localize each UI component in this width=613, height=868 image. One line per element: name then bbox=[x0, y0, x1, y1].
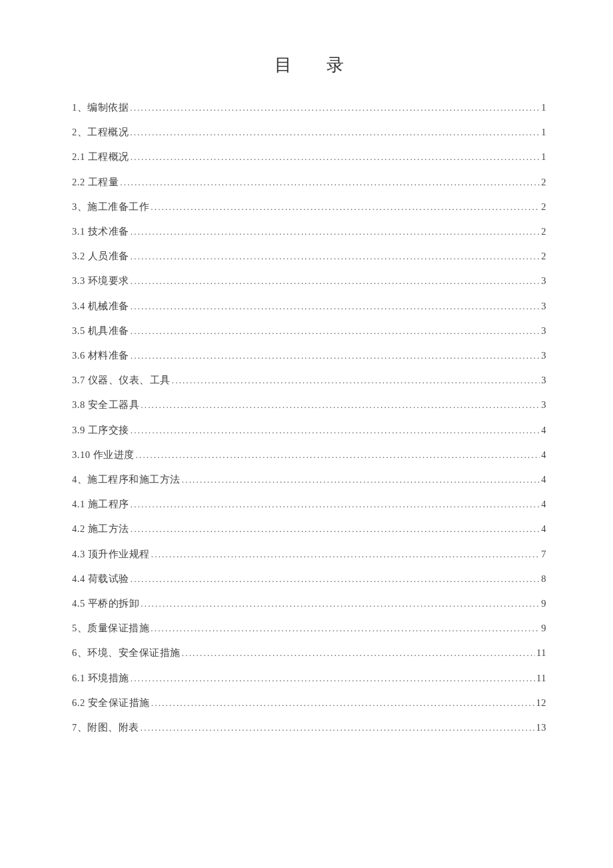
toc-leader-dots bbox=[131, 269, 540, 293]
toc-leader-dots bbox=[131, 219, 540, 244]
toc-leader-dots bbox=[131, 418, 540, 443]
toc-entry: 1、编制依据1 bbox=[72, 95, 546, 120]
toc-entry-label: 3.6 材料准备 bbox=[72, 343, 129, 367]
toc-entry-label: 2、工程概况 bbox=[72, 120, 129, 144]
toc-entry: 4.2 施工方法4 bbox=[72, 517, 546, 541]
toc-entry-page: 7 bbox=[541, 542, 546, 566]
toc-entry-label: 3.5 机具准备 bbox=[72, 319, 129, 343]
toc-leader-dots bbox=[151, 542, 540, 567]
toc-entry-page: 2 bbox=[541, 219, 546, 243]
toc-entry-page: 4 bbox=[541, 517, 546, 541]
toc-entry-label: 4.3 顶升作业规程 bbox=[72, 542, 150, 566]
toc-entry: 3.5 机具准备3 bbox=[72, 319, 546, 343]
toc-leader-dots bbox=[141, 591, 540, 616]
document-page: 目录 1、编制依据12、工程概况12.1 工程概况12.2 工程量23、施工准备… bbox=[0, 0, 613, 740]
toc-leader-dots bbox=[131, 343, 540, 368]
toc-entry: 3.3 环境要求3 bbox=[72, 269, 546, 293]
toc-entry-page: 3 bbox=[541, 269, 546, 293]
toc-entry-page: 3 bbox=[541, 294, 546, 318]
toc-leader-dots bbox=[131, 145, 540, 169]
toc-entry-label: 3.9 工序交接 bbox=[72, 418, 129, 442]
toc-entry: 6、环境、安全保证措施11 bbox=[72, 641, 546, 665]
toc-leader-dots bbox=[131, 517, 540, 541]
toc-leader-dots bbox=[151, 691, 535, 715]
toc-entry: 4.1 施工程序4 bbox=[72, 492, 546, 517]
toc-leader-dots bbox=[131, 492, 540, 517]
toc-entry-page: 11 bbox=[536, 641, 546, 665]
toc-entry-label: 3、施工准备工作 bbox=[72, 195, 149, 219]
toc-leader-dots bbox=[131, 294, 540, 319]
toc-entry-page: 1 bbox=[541, 145, 546, 169]
toc-leader-dots bbox=[182, 467, 540, 492]
toc-entry-page: 13 bbox=[536, 715, 547, 739]
toc-entry-page: 4 bbox=[541, 467, 546, 491]
toc-leader-dots bbox=[131, 567, 540, 591]
toc-leader-dots bbox=[141, 715, 535, 740]
toc-entry-page: 1 bbox=[541, 120, 546, 144]
toc-entry: 2、工程概况1 bbox=[72, 120, 546, 145]
toc-entry: 4.4 荷载试验8 bbox=[72, 567, 546, 591]
toc-entry: 3.1 技术准备2 bbox=[72, 219, 546, 244]
toc-entry-page: 2 bbox=[541, 195, 546, 219]
toc-entry-page: 4 bbox=[541, 492, 546, 516]
toc-leader-dots bbox=[130, 120, 540, 145]
toc-entry-label: 2.1 工程概况 bbox=[72, 145, 129, 169]
toc-entry-label: 3.2 人员准备 bbox=[72, 244, 129, 268]
toc-entry: 3.7 仪器、仪表、工具3 bbox=[72, 368, 546, 393]
toc-leader-dots bbox=[120, 170, 540, 195]
toc-leader-dots bbox=[131, 319, 540, 343]
toc-entry-label: 3.8 安全工器具 bbox=[72, 393, 139, 417]
toc-entry-label: 3.4 机械准备 bbox=[72, 294, 129, 318]
toc-entry-page: 11 bbox=[536, 666, 546, 690]
toc-entry-page: 12 bbox=[536, 691, 547, 715]
toc-entry-label: 3.7 仪器、仪表、工具 bbox=[72, 368, 171, 392]
toc-entry-page: 9 bbox=[541, 591, 546, 615]
toc-entry-label: 6.1 环境措施 bbox=[72, 666, 129, 690]
toc-entry: 2.2 工程量2 bbox=[72, 170, 546, 195]
toc-entry-page: 2 bbox=[541, 244, 546, 268]
toc-entry-page: 2 bbox=[541, 170, 546, 194]
toc-entry: 4.5 平桥的拆卸9 bbox=[72, 591, 546, 616]
toc-leader-dots bbox=[182, 641, 535, 665]
toc-entry-label: 2.2 工程量 bbox=[72, 170, 119, 194]
toc-entry-page: 8 bbox=[541, 567, 546, 591]
toc-leader-dots bbox=[172, 368, 540, 393]
toc-entry-page: 3 bbox=[541, 319, 546, 343]
toc-entry-page: 9 bbox=[541, 616, 546, 640]
toc-list: 1、编制依据12、工程概况12.1 工程概况12.2 工程量23、施工准备工作2… bbox=[72, 95, 546, 740]
toc-entry-label: 7、附图、附表 bbox=[72, 715, 139, 739]
toc-entry: 2.1 工程概况1 bbox=[72, 145, 546, 169]
toc-entry-page: 4 bbox=[541, 418, 546, 442]
toc-entry: 5、质量保证措施9 bbox=[72, 616, 546, 641]
toc-entry-label: 4.4 荷载试验 bbox=[72, 567, 129, 591]
toc-entry: 3.8 安全工器具3 bbox=[72, 393, 546, 417]
toc-entry-label: 4.1 施工程序 bbox=[72, 492, 129, 516]
toc-entry-page: 3 bbox=[541, 368, 546, 392]
toc-entry-label: 3.3 环境要求 bbox=[72, 269, 129, 293]
toc-leader-dots bbox=[151, 195, 540, 219]
toc-leader-dots bbox=[151, 616, 540, 641]
toc-entry: 3.4 机械准备3 bbox=[72, 294, 546, 319]
toc-entry-label: 3.10 作业进度 bbox=[72, 443, 135, 467]
toc-entry-page: 4 bbox=[541, 443, 546, 467]
toc-entry-label: 5、质量保证措施 bbox=[72, 616, 149, 640]
toc-entry: 3.2 人员准备2 bbox=[72, 244, 546, 269]
toc-entry: 3.10 作业进度4 bbox=[72, 443, 546, 467]
toc-entry-label: 1、编制依据 bbox=[72, 95, 129, 119]
toc-leader-dots bbox=[141, 393, 540, 417]
toc-entry-label: 4.2 施工方法 bbox=[72, 517, 129, 541]
toc-entry: 3.6 材料准备3 bbox=[72, 343, 546, 368]
toc-entry: 3.9 工序交接4 bbox=[72, 418, 546, 443]
toc-entry-label: 3.1 技术准备 bbox=[72, 219, 129, 243]
toc-entry: 6.2 安全保证措施12 bbox=[72, 691, 546, 715]
toc-leader-dots bbox=[131, 244, 540, 269]
toc-leader-dots bbox=[130, 95, 540, 120]
toc-entry-label: 6、环境、安全保证措施 bbox=[72, 641, 181, 665]
toc-entry: 3、施工准备工作2 bbox=[72, 195, 546, 219]
toc-title: 目录 bbox=[72, 53, 546, 77]
toc-entry-page: 1 bbox=[541, 95, 546, 119]
toc-entry-page: 3 bbox=[541, 343, 546, 367]
toc-entry: 7、附图、附表13 bbox=[72, 715, 546, 740]
toc-entry: 4.3 顶升作业规程7 bbox=[72, 542, 546, 567]
toc-entry-label: 6.2 安全保证措施 bbox=[72, 691, 150, 715]
